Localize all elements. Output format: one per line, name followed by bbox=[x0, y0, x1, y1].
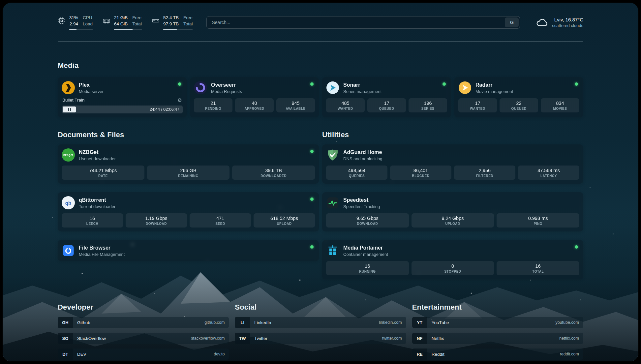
service-card-radarr[interactable]: Radarr Movie management 17 WANTED 22 QUE… bbox=[454, 77, 583, 117]
service-card-portainer[interactable]: Media Portainer Container management 16 … bbox=[322, 240, 583, 279]
stat-value: 39.6 TB bbox=[233, 168, 314, 173]
service-card-plex[interactable]: Plex Media server Bullet Train ⚙ 24:44 /… bbox=[58, 77, 187, 117]
pause-button[interactable] bbox=[63, 106, 76, 112]
stat-box: 39.6 TB DOWNLOADED bbox=[232, 166, 315, 180]
bookmark-abbr: LI bbox=[235, 317, 250, 328]
stat-label: UPLOAD bbox=[413, 222, 493, 226]
memory-free: 21 GiB bbox=[114, 15, 128, 21]
bookmark-name: YouTube bbox=[432, 320, 449, 325]
search-engine-button[interactable]: G bbox=[505, 17, 519, 27]
stat-value: 471 bbox=[191, 216, 250, 221]
section-title-media: Media bbox=[58, 61, 583, 70]
pause-icon bbox=[68, 108, 69, 111]
cpu-percent: 31% bbox=[69, 15, 78, 21]
service-card-qbittorrent[interactable]: qb qBittorrent Torrent downloader 16 bbox=[58, 192, 319, 231]
stat-label: LEECH bbox=[63, 222, 122, 226]
stat-box: 618.52 Mbps UPLOAD bbox=[254, 213, 315, 228]
bookmark-github[interactable]: GH Github github.com bbox=[58, 317, 229, 328]
stat-value: 22 bbox=[501, 101, 537, 106]
bookmark-abbr: TW bbox=[235, 333, 250, 344]
bookmark-url: netflix.com bbox=[559, 336, 579, 341]
cpu-load: 2.94 bbox=[70, 21, 78, 27]
stat-label: FILTERED bbox=[455, 174, 514, 178]
resource-disk: 52.4 TB 97.9 TB Free Total bbox=[152, 15, 193, 30]
search-bar: G bbox=[206, 16, 520, 29]
service-card-speedtest[interactable]: Speedtest Speedtest Tracking 9.65 Gbps D… bbox=[322, 192, 583, 231]
settings-gear-icon[interactable]: ⚙ bbox=[178, 98, 182, 103]
section-title-utilities: Utilities bbox=[322, 131, 583, 139]
pause-icon bbox=[70, 108, 71, 111]
service-card-nzbget[interactable]: nzbget NZBGet Usenet downloader 744.21 M… bbox=[58, 144, 319, 184]
playback-progress-bar[interactable]: 24:44 / 02:06:47 bbox=[62, 106, 183, 113]
now-playing-title: Bullet Train bbox=[62, 98, 85, 103]
status-online-dot bbox=[178, 82, 181, 86]
stat-value: 1.19 Gbps bbox=[127, 216, 186, 221]
bookmark-abbr: SO bbox=[58, 333, 73, 344]
bookmark-youtube[interactable]: YT YouTube youtube.com bbox=[412, 317, 583, 328]
stat-value: 2,956 bbox=[455, 168, 514, 173]
disk-free-label: Free bbox=[183, 15, 193, 21]
qbittorrent-icon: qb bbox=[62, 196, 75, 209]
service-subtitle: Container management bbox=[343, 252, 388, 257]
bookmark-twitter[interactable]: TW Twitter twitter.com bbox=[235, 333, 406, 344]
stat-box: 196 SERIES bbox=[409, 98, 447, 112]
bookmark-stackoverflow[interactable]: SO StackOverflow stackoverflow.com bbox=[58, 333, 229, 344]
bookmark-linkedin[interactable]: LI LinkedIn linkedin.com bbox=[235, 317, 406, 328]
bookmark-abbr: NF bbox=[412, 333, 427, 344]
stat-value: 618.52 Mbps bbox=[255, 216, 314, 221]
status-online-dot bbox=[310, 82, 314, 86]
service-name: Sonarr bbox=[343, 82, 382, 88]
service-card-filebrowser[interactable]: File Browser Media File Management bbox=[58, 240, 319, 261]
stat-value: 47.569 ms bbox=[519, 168, 578, 173]
service-card-sonarr[interactable]: Sonarr Series management 485 WANTED 17 Q… bbox=[322, 77, 451, 117]
bookmark-url: github.com bbox=[204, 320, 225, 325]
header-divider bbox=[58, 42, 583, 42]
stat-value: 17 bbox=[460, 101, 496, 106]
bookmark-name: DEV bbox=[77, 352, 86, 357]
bookmark-url: dev.to bbox=[214, 352, 225, 356]
cpu-icon bbox=[58, 17, 66, 25]
service-name: NZBGet bbox=[79, 149, 116, 156]
search-input[interactable] bbox=[208, 20, 505, 25]
stat-box: 86,401 BLOCKED bbox=[390, 166, 451, 180]
cpu-label: CPU bbox=[83, 15, 93, 21]
media-grid: Plex Media server Bullet Train ⚙ 24:44 /… bbox=[58, 77, 583, 117]
bookmark-name: Github bbox=[77, 320, 90, 325]
stat-label: DOWNLOAD bbox=[327, 222, 408, 226]
stat-label: DOWNLOAD bbox=[127, 222, 186, 226]
bookmark-netflix[interactable]: NF Netflix netflix.com bbox=[412, 333, 583, 344]
bookmark-url: stackoverflow.com bbox=[191, 336, 225, 341]
disk-total: 97.9 TB bbox=[163, 21, 179, 27]
stat-label: QUERIES bbox=[327, 174, 386, 178]
service-subtitle: Media File Management bbox=[79, 252, 125, 257]
status-online-dot bbox=[310, 150, 314, 153]
service-subtitle: Usenet downloader bbox=[79, 156, 116, 161]
weather-widget[interactable]: Lviv, 16.87°C scattered clouds bbox=[536, 16, 583, 28]
service-card-adguard[interactable]: AdGuard Home DNS and adblocking 498,564 … bbox=[322, 144, 583, 184]
service-card-overseerr[interactable]: Overseerr Media Requests 21 PENDING 40 A… bbox=[190, 77, 319, 117]
stat-box: 471 SEED bbox=[190, 213, 251, 228]
bookmark-reddit[interactable]: RE Reddit reddit.com bbox=[412, 349, 583, 360]
stat-box: 0 STOPPED bbox=[412, 261, 494, 275]
bookmark-url: linkedin.com bbox=[379, 320, 402, 325]
bookmark-abbr: RE bbox=[412, 349, 427, 360]
stat-label: TOTAL bbox=[498, 270, 578, 273]
bookmark-name: Netflix bbox=[432, 336, 444, 341]
bookmark-dev[interactable]: DT DEV dev.to bbox=[58, 349, 229, 360]
bookmark-abbr: GH bbox=[58, 317, 73, 328]
bookmark-url: twitter.com bbox=[382, 336, 402, 341]
service-name: Media Portainer bbox=[343, 245, 388, 251]
portainer-icon bbox=[326, 244, 339, 257]
stat-box: 47.569 ms LATENCY bbox=[518, 166, 579, 180]
utilities-column: Utilities bbox=[322, 131, 583, 279]
service-subtitle: Media server bbox=[79, 89, 104, 94]
service-subtitle: Speedtest Tracking bbox=[343, 204, 380, 209]
status-online-dot bbox=[310, 197, 314, 201]
stat-value: 485 bbox=[327, 101, 363, 106]
stat-box: 485 WANTED bbox=[326, 98, 365, 112]
resource-cpu: 31% 2.94 CPU Load bbox=[58, 15, 93, 30]
stat-label: PENDING bbox=[195, 107, 231, 110]
stat-value: 9.24 Gbps bbox=[413, 216, 493, 221]
bookmark-abbr: YT bbox=[412, 317, 427, 328]
stat-label: RUNNING bbox=[327, 270, 408, 273]
